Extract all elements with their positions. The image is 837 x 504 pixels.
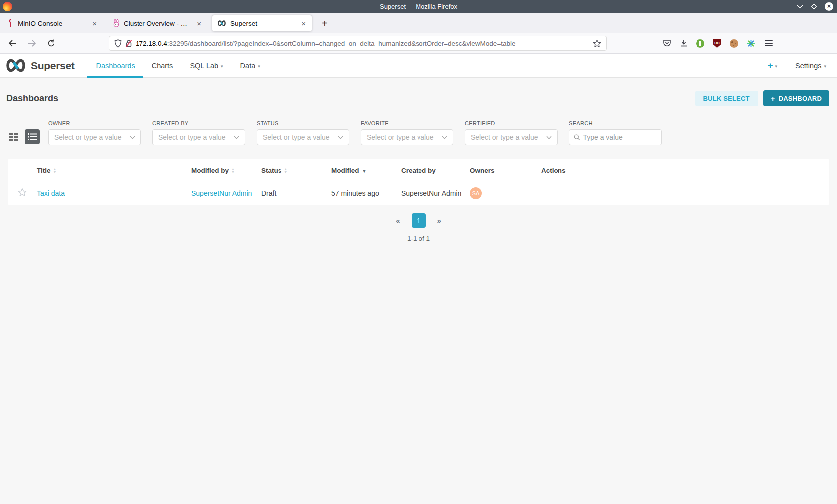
tab-label: Superset — [230, 20, 295, 27]
column-label: Modified — [331, 167, 359, 174]
sort-icon: ▲▼ — [53, 168, 57, 174]
menu-icon[interactable] — [764, 39, 774, 47]
column-header-modified[interactable]: Modified▼ — [331, 159, 401, 181]
select-placeholder: Select or type a value — [263, 133, 338, 141]
forward-icon[interactable] — [22, 40, 42, 47]
next-page-button[interactable]: » — [437, 216, 441, 225]
status-select[interactable]: Select or type a value — [257, 129, 349, 145]
tab-minio-console[interactable]: MinIO Console × — [3, 15, 103, 31]
tab-close-icon[interactable]: × — [195, 19, 203, 28]
reload-icon[interactable] — [42, 39, 61, 47]
page-title: Dashboards — [6, 93, 58, 104]
window-minimize-icon[interactable] — [797, 4, 803, 9]
url-bar[interactable]: 172.18.0.4:32295/dashboard/list/?pageInd… — [109, 36, 607, 51]
chevron-down-icon: ▾ — [824, 64, 826, 69]
insecure-lock-icon[interactable] — [125, 39, 132, 48]
nav-item-data[interactable]: Data ▾ — [232, 54, 269, 77]
column-label: Actions — [541, 167, 566, 174]
card-view-icon[interactable] — [8, 131, 20, 143]
filter-created-by: CREATED BY Select or type a value — [152, 120, 245, 145]
status-cell: Draft — [261, 181, 331, 205]
new-dashboard-label: DASHBOARD — [779, 95, 822, 102]
favorite-column-header — [8, 159, 37, 181]
nav-label: Dashboards — [96, 62, 135, 70]
column-label: Title — [37, 167, 51, 174]
plus-icon: + — [767, 61, 773, 70]
window-maximize-icon[interactable] — [811, 3, 817, 10]
tab-label: Cluster Overview - Trino — [124, 20, 191, 27]
column-header-title[interactable]: Title▲▼ — [37, 159, 191, 181]
tab-cluster-overview-trino[interactable]: Cluster Overview - Trino × — [108, 15, 207, 31]
superset-logo[interactable]: Superset — [0, 54, 80, 77]
filter-bar: OWNER Select or type a value CREATED BY … — [0, 111, 837, 145]
chevron-down-icon — [338, 136, 343, 139]
new-item-button[interactable]: + ▾ — [767, 61, 777, 70]
created-by-select[interactable]: Select or type a value — [152, 129, 245, 145]
ublock-origin-icon[interactable]: UO — [713, 39, 721, 48]
main-menu: Dashboards Charts SQL Lab ▾ Data ▾ — [87, 54, 268, 77]
filter-label: SEARCH — [569, 120, 662, 126]
settings-menu[interactable]: Settings ▾ — [795, 62, 826, 70]
downloads-icon[interactable] — [680, 39, 688, 47]
favorite-select[interactable]: Select or type a value — [361, 129, 453, 145]
nav-label: SQL Lab — [190, 62, 218, 70]
chevron-down-icon — [234, 136, 239, 139]
column-label: Owners — [470, 167, 495, 174]
certified-select[interactable]: Select or type a value — [465, 129, 558, 145]
nav-item-sql-lab[interactable]: SQL Lab ▾ — [181, 54, 231, 77]
filter-certified: CERTIFIED Select or type a value — [465, 120, 558, 145]
url-text[interactable]: 172.18.0.4:32295/dashboard/list/?pageInd… — [136, 40, 589, 47]
filter-status: STATUS Select or type a value — [257, 120, 349, 145]
brand-name: Superset — [31, 60, 74, 72]
favorite-star-icon[interactable] — [18, 188, 27, 197]
column-header-status[interactable]: Status▲▼ — [261, 159, 331, 181]
chevron-down-icon — [546, 136, 552, 139]
search-input[interactable] — [583, 133, 657, 141]
minio-icon — [8, 19, 14, 27]
search-icon — [574, 134, 580, 141]
filter-owner: OWNER Select or type a value — [48, 120, 141, 145]
list-view-icon[interactable] — [25, 129, 40, 144]
tab-superset[interactable]: Superset × — [212, 15, 312, 31]
shield-icon[interactable] — [114, 39, 122, 48]
new-dashboard-button[interactable]: + DASHBOARD — [763, 90, 829, 106]
prev-page-button[interactable]: « — [396, 216, 400, 225]
select-placeholder: Select or type a value — [471, 133, 546, 141]
new-tab-button[interactable]: + — [317, 18, 333, 29]
page-1-button[interactable]: 1 — [412, 213, 426, 228]
nav-label: Charts — [152, 62, 173, 70]
nav-item-dashboards[interactable]: Dashboards — [87, 54, 143, 77]
pocket-icon[interactable] — [663, 39, 671, 47]
tab-label: MinIO Console — [18, 20, 86, 27]
cookie-extension-icon[interactable] — [730, 39, 738, 48]
back-icon[interactable] — [3, 40, 22, 47]
owner-avatar[interactable]: SA — [470, 187, 482, 199]
filter-label: FAVORITE — [361, 120, 453, 126]
chevron-down-icon: ▾ — [258, 64, 260, 69]
column-header-modified-by[interactable]: Modified by▲▼ — [191, 159, 261, 181]
created-by-cell: SupersetNur Admin — [401, 181, 470, 205]
window-title: Superset — Mozilla Firefox — [0, 3, 837, 10]
browser-toolbar: 172.18.0.4:32295/dashboard/list/?pageInd… — [0, 33, 837, 54]
tab-close-icon[interactable]: × — [299, 19, 308, 28]
containers-extension-icon[interactable] — [747, 39, 755, 48]
sort-desc-icon: ▼ — [362, 169, 367, 174]
actions-cell — [541, 181, 829, 205]
url-host: 172.18.0.4 — [136, 40, 167, 47]
nav-item-charts[interactable]: Charts — [143, 54, 182, 77]
window-close-button[interactable]: × — [825, 2, 833, 11]
pagination-summary: 1-1 of 1 — [0, 235, 837, 242]
select-placeholder: Select or type a value — [367, 133, 442, 141]
owner-select[interactable]: Select or type a value — [48, 129, 141, 145]
bookmark-star-icon[interactable] — [593, 39, 601, 48]
column-header-actions: Actions — [541, 159, 829, 181]
select-placeholder: Select or type a value — [54, 133, 130, 141]
modified-by-link[interactable]: SupersetNur Admin — [191, 189, 252, 197]
table-header-row: Title▲▼ Modified by▲▼ Status▲▼ Modified▼… — [8, 159, 829, 181]
dashboard-title-link[interactable]: Taxi data — [37, 189, 65, 197]
bulk-select-button[interactable]: BULK SELECT — [695, 91, 758, 106]
tab-close-icon[interactable]: × — [90, 19, 99, 28]
settings-label: Settings — [795, 62, 821, 70]
privacy-extension-icon[interactable] — [696, 39, 704, 48]
column-header-owners: Owners — [470, 159, 541, 181]
